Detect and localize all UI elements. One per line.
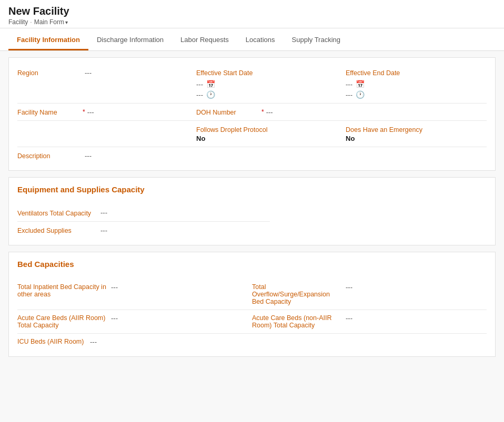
facility-form: Region --- Effective Start Date --- 📅 --… xyxy=(9,58,495,170)
equipment-supplies-card: Equipment and Supplies Capacity Ventilat… xyxy=(8,177,496,245)
tab-supply-tracking[interactable]: Supply Tracking xyxy=(284,28,349,50)
acute-aiir-label: Acute Care Beds (AIIR Room) Total Capaci… xyxy=(17,314,107,329)
icu-beds-row: ICU Beds (AIIR Room) --- xyxy=(17,334,487,350)
facility-name-required: * xyxy=(83,108,85,116)
page-title: New Facility xyxy=(8,5,496,17)
effective-start-date[interactable]: --- xyxy=(196,80,203,88)
acute-non-aiir-field: Acute Care Beds (non-AIIR Room) Total Ca… xyxy=(252,314,487,329)
total-overflow-field: Total Overflow/Surge/Expansion Bed Capac… xyxy=(252,283,487,305)
tab-facility-information[interactable]: Facility Information xyxy=(8,28,88,50)
effective-end-date[interactable]: --- xyxy=(346,80,352,88)
has-emergency-value[interactable]: No xyxy=(346,135,355,142)
equipment-form: Ventilators Total Capacity --- Excluded … xyxy=(9,198,495,245)
region-label: Region xyxy=(17,68,80,77)
region-value[interactable]: --- xyxy=(85,69,196,77)
description-value[interactable]: --- xyxy=(85,152,196,160)
calendar-end-icon[interactable]: 📅 xyxy=(356,80,365,88)
doh-number-required: * xyxy=(261,108,264,116)
acute-aiir-value[interactable]: --- xyxy=(111,314,118,322)
breadcrumb: Facility · Main Form ▾ xyxy=(8,18,496,26)
calendar-start-icon[interactable]: 📅 xyxy=(206,80,215,88)
effective-start-time[interactable]: --- xyxy=(196,91,203,99)
acute-non-aiir-label: Acute Care Beds (non-AIIR Room) Total Ca… xyxy=(252,314,341,329)
description-row: Description --- xyxy=(17,147,487,164)
bed-section-title: Bed Capacities xyxy=(9,252,495,273)
tab-labor-requests[interactable]: Labor Requests xyxy=(172,28,237,50)
breadcrumb-facility[interactable]: Facility xyxy=(8,18,28,26)
clock-end-icon: 🕐 xyxy=(356,90,365,99)
description-label: Description xyxy=(17,151,80,160)
droplet-protocol-value[interactable]: No xyxy=(196,135,205,142)
total-inpatient-label: Total Inpatient Bed Capacity in other ar… xyxy=(17,283,107,298)
doh-number-value[interactable]: --- xyxy=(266,108,337,116)
droplet-protocol-label: Follows Droplet Protocol xyxy=(196,125,271,133)
icu-aiir-value[interactable]: --- xyxy=(90,338,97,346)
page-header: New Facility Facility · Main Form ▾ xyxy=(0,0,504,28)
bed-form: Total Inpatient Bed Capacity in other ar… xyxy=(9,273,495,356)
chevron-down-icon: ▾ xyxy=(65,19,68,25)
doh-number-label: DOH Number xyxy=(196,108,259,116)
icu-aiir-field: ICU Beds (AIIR Room) --- xyxy=(17,338,252,346)
ventilators-row: Ventilators Total Capacity --- xyxy=(17,204,270,222)
acute-aiir-field: Acute Care Beds (AIIR Room) Total Capaci… xyxy=(17,314,252,329)
excluded-supplies-label: Excluded Supplies xyxy=(17,226,96,234)
tab-locations[interactable]: Locations xyxy=(237,28,284,50)
effective-end-label: Effective End Date xyxy=(346,68,430,77)
total-beds-row: Total Inpatient Bed Capacity in other ar… xyxy=(17,279,487,310)
total-overflow-label: Total Overflow/Surge/Expansion Bed Capac… xyxy=(252,283,341,305)
has-emergency-label: Does Have an Emergency xyxy=(346,125,427,133)
tab-discharge-information[interactable]: Discharge Information xyxy=(88,28,172,50)
ventilators-value[interactable]: --- xyxy=(100,209,270,217)
facility-info-card: Region --- Effective Start Date --- 📅 --… xyxy=(8,57,496,171)
tab-bar: Facility Information Discharge Informati… xyxy=(0,28,504,51)
acute-beds-row: Acute Care Beds (AIIR Room) Total Capaci… xyxy=(17,310,487,334)
acute-non-aiir-value[interactable]: --- xyxy=(346,314,352,322)
facility-doh-row: Facility Name * --- DOH Number * --- xyxy=(17,104,487,121)
icu-non-aiir-placeholder xyxy=(252,338,487,346)
total-inpatient-value[interactable]: --- xyxy=(111,283,118,291)
region-effective-row: Region --- Effective Start Date --- 📅 --… xyxy=(17,64,487,104)
facility-name-value[interactable]: --- xyxy=(87,108,196,116)
icu-aiir-label: ICU Beds (AIIR Room) xyxy=(17,338,86,345)
main-content: Region --- Effective Start Date --- 📅 --… xyxy=(0,51,504,369)
total-inpatient-field: Total Inpatient Bed Capacity in other ar… xyxy=(17,283,252,305)
protocol-emergency-row: Follows Droplet Protocol No Does Have an… xyxy=(17,121,487,147)
effective-end-time[interactable]: --- xyxy=(346,91,352,99)
equipment-section-title: Equipment and Supplies Capacity xyxy=(9,178,495,198)
total-overflow-value[interactable]: --- xyxy=(346,283,352,291)
excluded-supplies-row: Excluded Supplies --- xyxy=(17,222,270,239)
clock-start-icon: 🕐 xyxy=(206,90,215,99)
breadcrumb-separator: · xyxy=(30,18,32,26)
effective-start-label: Effective Start Date xyxy=(196,68,280,77)
facility-name-label: Facility Name xyxy=(17,108,80,116)
bed-capacities-card: Bed Capacities Total Inpatient Bed Capac… xyxy=(8,252,496,357)
excluded-supplies-value[interactable]: --- xyxy=(100,227,270,234)
ventilators-label: Ventilators Total Capacity xyxy=(17,209,96,217)
breadcrumb-main-form[interactable]: Main Form ▾ xyxy=(34,18,68,26)
